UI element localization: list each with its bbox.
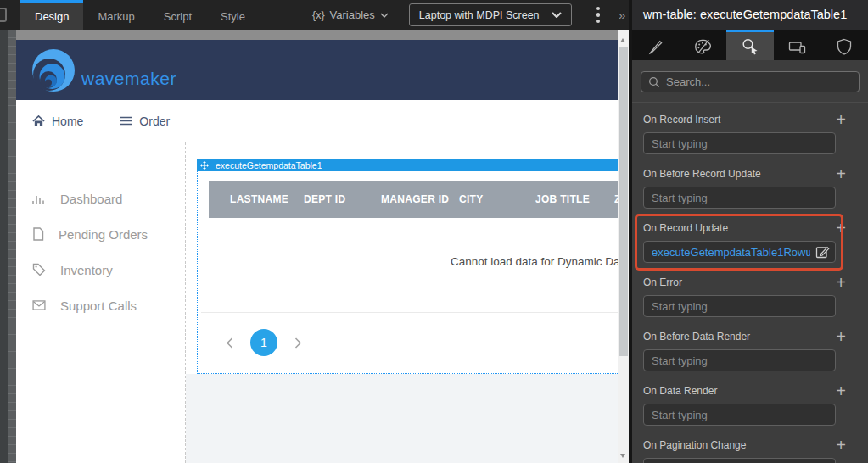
table-widget[interactable]: executeGetempdataTable1 LASTNAME DEPT ID…	[197, 159, 618, 374]
wavemaker-logo-icon	[31, 48, 76, 92]
event-label: On Data Render	[643, 385, 717, 397]
event-group-on-before-data-render: On Before Data Render +	[643, 330, 836, 371]
app-header: wavemaker	[16, 40, 618, 100]
page-background	[186, 374, 618, 463]
column-header[interactable]: LASTNAME	[230, 193, 304, 205]
tab-properties[interactable]	[632, 30, 680, 60]
more-options-button[interactable]	[593, 3, 604, 27]
tag-icon	[32, 263, 46, 276]
sidebar-item-label: Support Calls	[60, 298, 137, 313]
event-list: On Record Insert + On Before Record Upda…	[643, 113, 836, 463]
devices-icon	[787, 37, 807, 56]
search-input[interactable]	[666, 75, 852, 88]
add-event-button[interactable]: +	[835, 331, 847, 343]
event-group-on-data-render: On Data Render +	[643, 384, 836, 426]
table-footer-divider	[201, 312, 618, 313]
previous-page-button[interactable]	[226, 337, 233, 349]
nav-item-home[interactable]: Home	[32, 114, 83, 128]
scroll-up-arrow[interactable]	[620, 38, 625, 42]
canvas-scrollbar[interactable]	[618, 30, 629, 463]
app-body: Dashboard Pending Orders Inventory	[16, 142, 618, 463]
tab-events[interactable]	[726, 30, 774, 60]
logo-text: wavemaker	[81, 69, 176, 92]
home-icon	[32, 115, 45, 127]
top-toolbar: Design Markup Script Style {x} Variables…	[0, 0, 632, 30]
event-input-on-record-insert[interactable]	[643, 132, 836, 154]
search-box[interactable]	[641, 71, 860, 92]
add-event-button[interactable]: +	[835, 114, 847, 126]
file-icon	[32, 227, 44, 241]
edit-handler-button[interactable]	[815, 245, 830, 259]
move-handle-icon[interactable]	[200, 161, 209, 170]
edit-icon	[815, 245, 830, 259]
design-canvas: wavemaker Home Order	[0, 30, 632, 463]
tab-script[interactable]: Script	[149, 0, 206, 30]
event-input-on-pagination-change[interactable]	[643, 458, 836, 463]
section-divider	[632, 102, 868, 103]
tab-markup[interactable]: Markup	[83, 0, 148, 30]
event-input-on-before-record-update[interactable]	[643, 187, 836, 209]
event-label: On Pagination Change	[643, 439, 746, 451]
nav-item-order[interactable]: Order	[120, 114, 170, 128]
widget-title: executeGetempdataTable1	[216, 159, 322, 171]
events-icon	[740, 36, 759, 56]
panel-tabs	[632, 30, 868, 60]
widget-selection-bar[interactable]: executeGetempdataTable1	[197, 159, 618, 171]
sidebar-item-inventory[interactable]: Inventory	[32, 258, 185, 282]
column-header[interactable]: DEPT ID	[304, 193, 381, 205]
event-label: On Before Record Update	[643, 168, 761, 180]
device-selector-value: Laptop with MDPI Screen	[419, 9, 540, 21]
sidebar-item-pending-orders[interactable]: Pending Orders	[32, 222, 185, 246]
event-group-on-record-insert: On Record Insert +	[643, 113, 836, 154]
add-event-button[interactable]: +	[835, 276, 847, 288]
variables-icon: {x}	[312, 9, 325, 21]
add-event-button[interactable]: +	[835, 168, 847, 180]
tab-devices[interactable]	[774, 30, 821, 60]
nav-item-label: Home	[52, 114, 83, 128]
chart-bars-icon	[32, 192, 46, 205]
event-label: On Error	[643, 276, 682, 288]
sidebar-item-label: Inventory	[60, 263, 113, 277]
current-page-button[interactable]: 1	[250, 329, 277, 356]
wavemaker-logo: wavemaker	[31, 48, 176, 92]
variables-button[interactable]: {x} Variables	[312, 8, 389, 21]
event-label: On Record Insert	[643, 114, 720, 126]
app-main: executeGetempdataTable1 LASTNAME DEPT ID…	[186, 142, 618, 463]
canvas-ruler-strip	[8, 30, 16, 463]
events-panel-body: On Record Insert + On Before Record Upda…	[632, 60, 868, 463]
app-sidebar: Dashboard Pending Orders Inventory	[16, 142, 186, 463]
event-label: On Record Update	[643, 222, 728, 234]
mail-icon	[32, 300, 46, 310]
event-input-on-data-render[interactable]	[643, 404, 836, 426]
scrollbar-thumb[interactable]	[619, 47, 628, 356]
sidebar-item-dashboard[interactable]: Dashboard	[32, 187, 185, 210]
add-event-button[interactable]: +	[835, 439, 847, 451]
canvas-left-edge	[0, 30, 8, 463]
tab-design[interactable]: Design	[20, 0, 83, 30]
panel-collapse-button[interactable]: »	[619, 0, 625, 30]
panel-title: wm-table: executeGetempdataTable1	[632, 0, 868, 30]
properties-panel: wm-table: executeGetempdataTable1	[632, 0, 868, 463]
app-nav: Home Order	[16, 100, 618, 142]
chevron-right-icon	[294, 337, 302, 349]
sidebar-item-support-calls[interactable]: Support Calls	[32, 293, 185, 317]
search-icon	[648, 76, 660, 88]
column-header[interactable]: JOB TITLE	[535, 193, 614, 205]
event-input-on-before-data-render[interactable]	[643, 349, 836, 371]
event-value-box-on-record-update[interactable]: executeGetempdataTable1Rowupdate	[643, 241, 836, 263]
event-handler-link[interactable]: executeGetempdataTable1Rowupdate	[652, 246, 810, 259]
pagination: 1	[226, 329, 302, 356]
add-event-button[interactable]: +	[835, 222, 847, 234]
event-group-on-pagination-change: On Pagination Change +	[643, 438, 836, 463]
column-header[interactable]: MANAGER ID	[381, 193, 459, 205]
column-header[interactable]: CITY	[459, 193, 535, 205]
device-selector[interactable]: Laptop with MDPI Screen	[409, 3, 572, 26]
add-event-button[interactable]: +	[835, 385, 847, 397]
clipped-left-icon	[0, 8, 7, 22]
tab-styles[interactable]	[680, 30, 727, 60]
event-input-on-error[interactable]	[643, 295, 836, 317]
tab-style[interactable]: Style	[206, 0, 260, 30]
next-page-button[interactable]	[294, 337, 302, 349]
tab-security[interactable]	[820, 30, 868, 60]
scroll-down-arrow[interactable]	[620, 454, 625, 458]
